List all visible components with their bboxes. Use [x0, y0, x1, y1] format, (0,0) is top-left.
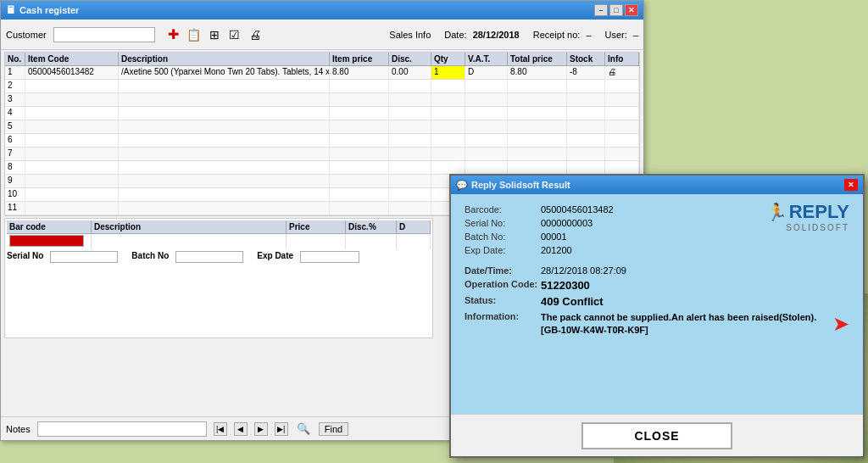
serial-info-value: 0000000003: [541, 218, 593, 228]
datetime-info-row: Date/Time: 28/12/2018 08:27:09: [465, 265, 849, 276]
dialog-title-left: 💬 Reply Solidsoft Result: [456, 180, 570, 191]
dialog-title-text: Reply Solidsoft Result: [471, 180, 570, 190]
status-info-row: Status: 409 Conflict: [465, 295, 849, 308]
info-message-row: Information: The pack cannot be supplied…: [465, 311, 849, 337]
dialog-overlay: 💬 Reply Solidsoft Result ✕ 🏃 REPLY SOLID…: [0, 0, 868, 463]
barcode-info-label: Barcode:: [465, 204, 541, 215]
dialog-title-bar: 💬 Reply Solidsoft Result ✕: [451, 176, 863, 194]
serial-info-label: Serial No:: [465, 218, 541, 228]
barcode-info-value: 05000456013482: [541, 204, 614, 215]
alert-arrow-icon: ➤: [832, 312, 849, 336]
datetime-value: 28/12/2018 08:27:09: [541, 265, 626, 276]
dialog-body: 🏃 REPLY SOLIDSOFT Barcode: 0500045601348…: [451, 194, 863, 414]
expdate-info-row: Exp Date: 201200: [465, 245, 849, 255]
dialog-icon: 💬: [456, 180, 468, 191]
close-dialog-button[interactable]: CLOSE: [581, 422, 732, 449]
dialog-footer: CLOSE: [451, 414, 863, 456]
status-value: 409 Conflict: [541, 295, 604, 308]
opcode-label: Operation Code:: [465, 279, 541, 292]
dialog-close-button[interactable]: ✕: [844, 179, 858, 191]
reply-logo: 🏃 REPLY SOLIDSOFT: [766, 201, 849, 232]
info-message-label: Information:: [465, 311, 541, 321]
opcode-info-row: Operation Code: 51220300: [465, 279, 849, 292]
info-message-value: The pack cannot be supplied.An alert has…: [541, 311, 849, 337]
datetime-label: Date/Time:: [465, 265, 541, 276]
batch-info-row: Batch No: 00001: [465, 232, 849, 242]
reply-logo-text: 🏃 REPLY: [766, 201, 849, 223]
expdate-info-value: 201200: [541, 245, 572, 255]
batch-info-value: 00001: [541, 232, 567, 242]
solidsoft-text: SOLIDSOFT: [786, 223, 849, 232]
status-label: Status:: [465, 295, 541, 308]
batch-info-label: Batch No:: [465, 232, 541, 242]
expdate-info-label: Exp Date:: [465, 245, 541, 255]
reply-solidsoft-dialog: 💬 Reply Solidsoft Result ✕ 🏃 REPLY SOLID…: [449, 174, 865, 458]
info-message-text: The pack cannot be supplied.An alert has…: [541, 311, 826, 337]
reply-runner-icon: 🏃: [766, 202, 787, 222]
opcode-value: 51220300: [541, 279, 590, 292]
